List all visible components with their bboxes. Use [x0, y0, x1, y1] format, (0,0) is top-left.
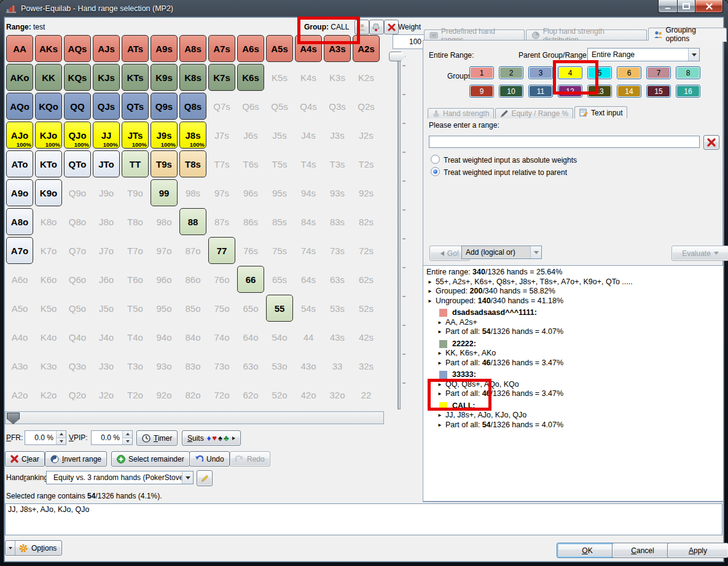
vpip-spinner[interactable]: 0.0 %: [91, 430, 133, 445]
hand-cell-55[interactable]: 55: [266, 295, 293, 322]
hand-cell-QJs[interactable]: QJs: [93, 93, 120, 120]
hand-cell-T2s[interactable]: T2s: [353, 150, 380, 177]
hand-cell-Q7s[interactable]: Q7s: [208, 93, 235, 120]
hand-cell-85o[interactable]: 85o: [179, 295, 206, 322]
hand-cell-QTo[interactable]: QTo: [64, 150, 91, 177]
tab-text-input[interactable]: Text input: [574, 106, 627, 118]
hand-cell-83s[interactable]: 83s: [324, 208, 351, 235]
hand-cell-84s[interactable]: 84s: [295, 208, 322, 235]
hand-cell-Q6s[interactable]: Q6s: [237, 93, 264, 120]
hand-cell-94s[interactable]: 94s: [295, 179, 322, 206]
hand-cell-T3o[interactable]: T3o: [122, 352, 149, 379]
radio-absolute-weights[interactable]: Treat weighted input as absolute weights: [431, 155, 577, 165]
hand-cell-96s[interactable]: 96s: [237, 179, 264, 206]
hand-cell-Q6o[interactable]: Q6o: [64, 266, 91, 293]
hand-cell-82o[interactable]: 82o: [179, 381, 206, 408]
ok-button[interactable]: OK: [557, 543, 618, 558]
clear-input-button[interactable]: [703, 135, 719, 150]
hand-cell-AJo[interactable]: AJo100%: [6, 122, 33, 149]
suits-button[interactable]: Suits ♦♥♠♣: [182, 430, 241, 446]
hand-cell-J4o[interactable]: J4o: [93, 324, 120, 351]
group-button-16[interactable]: 16: [676, 85, 700, 98]
add-mode-dropdown[interactable]: Add (logical or): [461, 246, 542, 259]
hand-cell-T3s[interactable]: T3s: [324, 150, 351, 177]
vpip-up-button[interactable]: [123, 431, 132, 438]
hand-cell-93o[interactable]: 93o: [151, 352, 178, 379]
hand-cell-A5o[interactable]: A5o: [6, 295, 33, 322]
pfr-down-button[interactable]: [57, 438, 66, 445]
hand-cell-Q9s[interactable]: Q9s: [151, 93, 178, 120]
hand-cell-J9s[interactable]: J9s100%: [151, 122, 178, 149]
group-button-14[interactable]: 14: [617, 85, 641, 98]
hand-cell-T7s[interactable]: T7s: [208, 150, 235, 177]
clear-button[interactable]: Clear: [5, 451, 45, 467]
hand-cell-86o[interactable]: 86o: [179, 266, 206, 293]
hand-cell-K6s[interactable]: K6s: [237, 64, 264, 91]
hand-cell-K7o[interactable]: K7o: [35, 237, 62, 264]
hand-cell-K3o[interactable]: K3o: [35, 352, 62, 379]
range-info-box[interactable]: Entire range: 340/1326 hands = 25.64%►55…: [423, 265, 724, 502]
group-button-13[interactable]: 13: [587, 85, 612, 98]
handranking-dropdown[interactable]: Equity vs. 3 random hands (PokerStove): [46, 471, 194, 484]
hand-cell-A6o[interactable]: A6o: [6, 266, 33, 293]
hand-cell-66[interactable]: 66: [237, 266, 264, 293]
hand-cell-54s[interactable]: 54s: [295, 295, 322, 322]
tab-hand-strength[interactable]: Hand strength: [428, 108, 494, 118]
hand-cell-76o[interactable]: 76o: [208, 266, 235, 293]
hand-cell-J6o[interactable]: J6o: [93, 266, 120, 293]
hand-cell-A8o[interactable]: A8o: [6, 208, 33, 235]
hand-cell-64s[interactable]: 64s: [295, 266, 322, 293]
hand-cell-Q4s[interactable]: Q4s: [295, 93, 322, 120]
hand-cell-97s[interactable]: 97s: [208, 179, 235, 206]
hand-cell-A9s[interactable]: A9s: [151, 35, 178, 62]
hand-cell-K4s[interactable]: K4s: [295, 64, 322, 91]
parent-group-dropdown[interactable]: Entire Range: [587, 48, 700, 61]
hand-cell-A2o[interactable]: A2o: [6, 381, 33, 408]
hand-cell-Q9o[interactable]: Q9o: [64, 179, 91, 206]
group-button-4[interactable]: 4: [558, 66, 582, 79]
hand-cell-Q2o[interactable]: Q2o: [64, 381, 91, 408]
hand-cell-JTs[interactable]: JTs100%: [122, 122, 149, 149]
hand-cell-Q7o[interactable]: Q7o: [64, 237, 91, 264]
hand-cell-53s[interactable]: 53s: [324, 295, 351, 322]
hand-cell-64o[interactable]: 64o: [237, 324, 264, 351]
hand-cell-K5s[interactable]: K5s: [266, 64, 293, 91]
range-text-area[interactable]: JJ, J8s+, AJo, KJo, QJo: [5, 503, 722, 535]
hand-cell-T9s[interactable]: T9s: [151, 150, 178, 177]
hand-cell-J5s[interactable]: J5s: [266, 122, 293, 149]
hand-cell-J4s[interactable]: J4s: [295, 122, 322, 149]
hand-cell-44[interactable]: 44: [295, 324, 322, 351]
hand-cell-87o[interactable]: 87o: [179, 237, 206, 264]
hand-cell-Q4o[interactable]: Q4o: [64, 324, 91, 351]
hand-cell-A7s[interactable]: A7s: [208, 35, 235, 62]
hand-cell-62s[interactable]: 62s: [353, 266, 380, 293]
hand-cell-52s[interactable]: 52s: [353, 295, 380, 322]
hand-cell-KJs[interactable]: KJs: [93, 64, 120, 91]
hand-cell-K7s[interactable]: K7s: [208, 64, 235, 91]
group-button-2[interactable]: 2: [499, 66, 523, 79]
hand-cell-KTo[interactable]: KTo: [35, 150, 62, 177]
group-button-10[interactable]: 10: [499, 85, 523, 98]
hand-cell-Q8s[interactable]: Q8s: [179, 93, 206, 120]
hand-cell-54o[interactable]: 54o: [266, 324, 293, 351]
hand-cell-K2o[interactable]: K2o: [35, 381, 62, 408]
hand-cell-KTs[interactable]: KTs: [122, 64, 149, 91]
hand-cell-83o[interactable]: 83o: [179, 352, 206, 379]
hand-cell-99[interactable]: 99: [151, 179, 178, 206]
radio-icon[interactable]: [431, 155, 440, 164]
hand-cell-K6o[interactable]: K6o: [35, 266, 62, 293]
hand-cell-42o[interactable]: 42o: [295, 381, 322, 408]
hand-cell-ATs[interactable]: ATs: [122, 35, 149, 62]
invert-range-button[interactable]: Invert range: [45, 451, 107, 467]
tab-equity-range[interactable]: Equity / Range %: [495, 108, 573, 118]
hand-cell-73s[interactable]: 73s: [324, 237, 351, 264]
hand-cell-74s[interactable]: 74s: [295, 237, 322, 264]
hand-cell-KK[interactable]: KK: [35, 64, 62, 91]
hand-cell-J7o[interactable]: J7o: [93, 237, 120, 264]
hand-cell-43s[interactable]: 43s: [324, 324, 351, 351]
hand-cell-95o[interactable]: 95o: [151, 295, 178, 322]
hand-cell-75s[interactable]: 75s: [266, 237, 293, 264]
hand-cell-J7s[interactable]: J7s: [208, 122, 235, 149]
hand-cell-62o[interactable]: 62o: [237, 381, 264, 408]
hand-cell-95s[interactable]: 95s: [266, 179, 293, 206]
